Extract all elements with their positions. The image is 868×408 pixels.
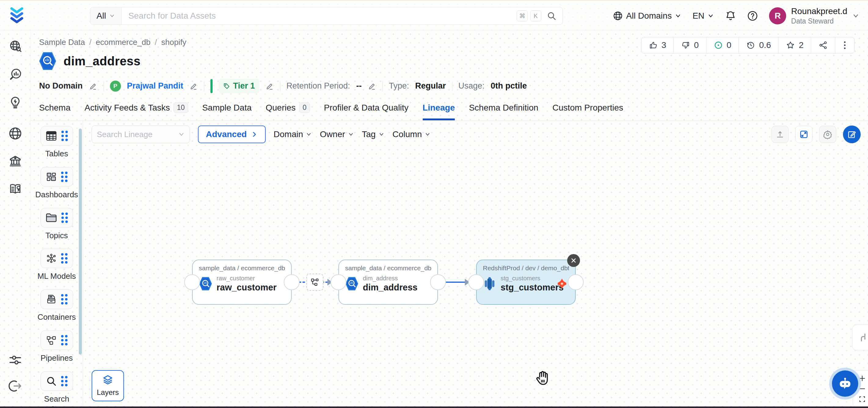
node-right-handle[interactable] bbox=[284, 274, 300, 290]
filter-column[interactable]: Column bbox=[393, 129, 431, 139]
zoom-out-icon[interactable] bbox=[859, 385, 866, 393]
lineage-right-tools bbox=[772, 126, 861, 143]
breadcrumb-schema[interactable]: shopify bbox=[161, 37, 186, 47]
gear-icon bbox=[823, 129, 833, 139]
lineage-settings-button[interactable] bbox=[819, 126, 836, 143]
fullscreen-button[interactable] bbox=[795, 126, 812, 143]
filter-domain[interactable]: Domain bbox=[274, 129, 312, 139]
tab-lineage[interactable]: Lineage bbox=[423, 102, 455, 120]
incidents-button[interactable]: 0 bbox=[707, 37, 739, 53]
lineage-node-raw-customer[interactable]: sample_data / ecommerce_db / shopify raw… bbox=[192, 259, 292, 305]
entity-drag-dashboards[interactable]: Dashboards bbox=[34, 167, 80, 200]
incident-target-icon bbox=[714, 41, 723, 50]
tab-activity-feeds[interactable]: Activity Feeds & Tasks10 bbox=[85, 102, 188, 120]
edit-lineage-button[interactable] bbox=[843, 126, 861, 143]
governance-icon[interactable] bbox=[8, 154, 23, 168]
upvote-button[interactable]: 3 bbox=[641, 37, 674, 53]
entity-drag-topics[interactable]: Topics bbox=[34, 208, 80, 241]
edit-retention-icon[interactable] bbox=[368, 82, 376, 90]
sidebar-scrollbar[interactable] bbox=[79, 129, 82, 354]
glossary-icon[interactable] bbox=[8, 182, 23, 196]
bigquery-table-icon bbox=[199, 276, 212, 291]
filter-owner[interactable]: Owner bbox=[320, 129, 354, 139]
logout-icon[interactable] bbox=[8, 379, 22, 393]
entity-drag-ml-models[interactable]: ML Models bbox=[34, 249, 80, 282]
usage-label: Usage: bbox=[459, 81, 485, 91]
remove-node-button[interactable] bbox=[567, 254, 580, 267]
tab-sample-data[interactable]: Sample Data bbox=[202, 102, 252, 120]
kbd-k-badge: K bbox=[530, 10, 541, 21]
domains-globe-icon[interactable] bbox=[8, 126, 23, 141]
chat-assistant-button[interactable] bbox=[832, 371, 858, 397]
node-left-handle[interactable] bbox=[468, 274, 484, 290]
downvote-button[interactable]: 0 bbox=[674, 37, 707, 53]
screen-bottom-edge bbox=[0, 406, 868, 408]
user-role: Data Steward bbox=[791, 17, 847, 25]
chevron-down-icon bbox=[425, 131, 431, 137]
settings-sliders-icon[interactable] bbox=[8, 354, 22, 366]
lineage-search[interactable] bbox=[92, 126, 190, 143]
domains-dropdown[interactable]: All Domains bbox=[613, 11, 681, 21]
node-breadcrumb: sample_data / ecommerce_db / shopify bbox=[345, 264, 431, 272]
chevron-down-icon bbox=[378, 131, 384, 137]
observability-icon[interactable] bbox=[8, 67, 22, 82]
version-history-button[interactable]: 0.6 bbox=[739, 37, 778, 53]
lineage-search-input[interactable] bbox=[97, 130, 178, 139]
follow-button[interactable]: 2 bbox=[778, 37, 811, 53]
entity-drag-containers[interactable]: Containers bbox=[34, 289, 80, 322]
queries-count-badge: 0 bbox=[299, 102, 310, 113]
layers-button[interactable]: Layers bbox=[92, 370, 124, 401]
kebab-menu-icon bbox=[843, 41, 847, 50]
close-icon bbox=[571, 258, 576, 263]
node-left-handle[interactable] bbox=[331, 274, 346, 290]
collapsed-side-panel[interactable] bbox=[852, 325, 868, 350]
user-avatar: R bbox=[769, 7, 786, 25]
node-right-handle[interactable] bbox=[568, 274, 584, 290]
global-search-input[interactable] bbox=[122, 11, 517, 21]
filter-tag[interactable]: Tag bbox=[362, 129, 384, 139]
entity-drag-search-indexes[interactable]: Search Indexes bbox=[34, 371, 80, 408]
zoom-in-icon[interactable] bbox=[859, 375, 866, 382]
chevron-down-icon bbox=[178, 131, 185, 138]
edge-pipeline-button[interactable] bbox=[306, 274, 323, 291]
help-icon[interactable] bbox=[747, 10, 758, 21]
edit-domain-icon[interactable] bbox=[89, 82, 97, 90]
dbt-icon[interactable] bbox=[556, 278, 568, 289]
lineage-node-stg-customers[interactable]: RedshiftProd / dev / demo_dbt_jaffle stg… bbox=[476, 259, 576, 305]
version-number: 0.6 bbox=[759, 40, 771, 50]
node-right-handle[interactable] bbox=[430, 274, 446, 290]
domain-value[interactable]: No Domain bbox=[39, 81, 83, 91]
breadcrumb-service[interactable]: Sample Data bbox=[39, 37, 85, 47]
export-lineage-button[interactable] bbox=[772, 126, 788, 143]
tab-profiler[interactable]: Profiler & Data Quality bbox=[324, 102, 409, 120]
lineage-node-dim-address[interactable]: sample_data / ecommerce_db / shopify dim… bbox=[338, 259, 438, 305]
entity-drag-pipelines[interactable]: Pipelines bbox=[34, 331, 80, 364]
node-left-handle[interactable] bbox=[184, 274, 200, 290]
search-scope-select[interactable]: All bbox=[90, 7, 122, 25]
fit-view-icon[interactable] bbox=[859, 396, 866, 403]
user-menu[interactable]: R Rounakpreet.d Data Steward bbox=[769, 6, 860, 25]
notifications-bell-icon[interactable] bbox=[725, 10, 736, 21]
explore-icon[interactable] bbox=[8, 39, 22, 54]
insights-icon[interactable] bbox=[8, 96, 22, 109]
lineage-canvas[interactable]: Advanced Domain Owner Tag Column bbox=[83, 121, 868, 408]
search-icon[interactable] bbox=[547, 11, 556, 21]
edit-owner-icon[interactable] bbox=[189, 82, 198, 90]
breadcrumb-database[interactable]: ecommerce_db bbox=[96, 37, 151, 47]
entity-drag-tables[interactable]: Tables bbox=[34, 126, 80, 159]
chevron-down-icon bbox=[675, 12, 681, 19]
openmetadata-logo[interactable] bbox=[8, 6, 26, 25]
more-actions-button[interactable] bbox=[835, 37, 854, 53]
node-breadcrumb: RedshiftProd / dev / demo_dbt_jaffle bbox=[483, 264, 569, 272]
edit-tier-icon[interactable] bbox=[266, 82, 274, 90]
owner-link[interactable]: Prajwal Pandit bbox=[127, 81, 184, 91]
advanced-search-button[interactable]: Advanced bbox=[198, 126, 266, 143]
share-button[interactable] bbox=[811, 37, 835, 53]
container-icon bbox=[46, 294, 57, 305]
tab-custom-properties[interactable]: Custom Properties bbox=[553, 102, 623, 120]
language-dropdown[interactable]: EN bbox=[692, 11, 714, 21]
tab-queries[interactable]: Queries0 bbox=[266, 102, 310, 120]
tab-schema-definition[interactable]: Schema Definition bbox=[469, 102, 538, 120]
search-index-icon bbox=[46, 376, 57, 387]
tab-schema[interactable]: Schema bbox=[39, 102, 70, 120]
